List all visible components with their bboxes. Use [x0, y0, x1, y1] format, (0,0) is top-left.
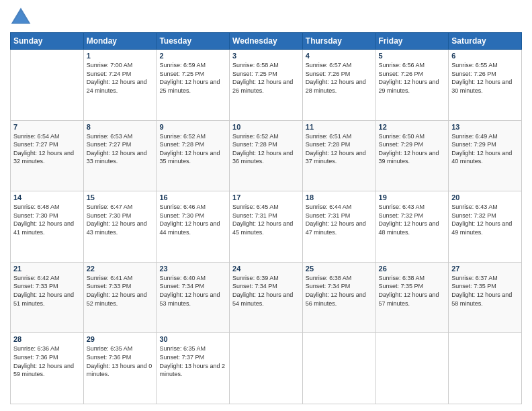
day-info: Sunrise: 6:52 AMSunset: 7:28 PMDaylight:… — [159, 132, 226, 166]
day-info: Sunrise: 6:46 AMSunset: 7:30 PMDaylight:… — [159, 203, 226, 236]
day-number: 8 — [87, 123, 154, 131]
day-info: Sunrise: 6:53 AMSunset: 7:27 PMDaylight:… — [87, 132, 154, 166]
day-number: 14 — [13, 193, 81, 201]
calendar-cell: 12Sunrise: 6:50 AMSunset: 7:29 PMDayligh… — [375, 120, 449, 191]
calendar-cell: 15Sunrise: 6:47 AMSunset: 7:30 PMDayligh… — [83, 191, 157, 263]
day-info: Sunrise: 6:45 AMSunset: 7:31 PMDaylight:… — [232, 203, 300, 236]
header — [10, 7, 522, 28]
calendar-cell: 8Sunrise: 6:53 AMSunset: 7:27 PMDaylight… — [83, 120, 157, 191]
day-info: Sunrise: 6:51 AMSunset: 7:28 PMDaylight:… — [306, 132, 373, 166]
day-number: 29 — [87, 335, 154, 343]
day-number: 30 — [159, 335, 226, 343]
day-number: 7 — [13, 123, 81, 131]
day-info: Sunrise: 6:57 AMSunset: 7:26 PMDaylight:… — [306, 61, 373, 95]
day-info: Sunrise: 6:35 AMSunset: 7:36 PMDaylight:… — [87, 345, 154, 378]
day-info: Sunrise: 6:56 AMSunset: 7:26 PMDaylight:… — [379, 61, 446, 95]
calendar-cell — [375, 333, 449, 404]
calendar-cell: 3Sunrise: 6:58 AMSunset: 7:25 PMDaylight… — [230, 50, 303, 121]
calendar-week-1: 1Sunrise: 7:00 AMSunset: 7:24 PMDaylight… — [11, 50, 522, 121]
calendar-cell — [11, 50, 84, 121]
calendar-week-2: 7Sunrise: 6:54 AMSunset: 7:27 PMDaylight… — [11, 120, 522, 191]
day-header-monday: Monday — [83, 33, 157, 50]
calendar-cell: 22Sunrise: 6:41 AMSunset: 7:33 PMDayligh… — [83, 262, 157, 333]
day-number: 21 — [13, 265, 81, 273]
calendar-cell: 18Sunrise: 6:44 AMSunset: 7:31 PMDayligh… — [302, 191, 375, 263]
day-number: 16 — [159, 193, 226, 201]
day-number: 15 — [87, 193, 154, 201]
day-number: 1 — [87, 52, 154, 60]
calendar-cell: 23Sunrise: 6:40 AMSunset: 7:34 PMDayligh… — [157, 262, 230, 333]
calendar-cell — [302, 333, 375, 404]
day-number: 10 — [232, 123, 300, 131]
day-number: 3 — [232, 52, 300, 60]
calendar-week-5: 28Sunrise: 6:36 AMSunset: 7:36 PMDayligh… — [11, 333, 522, 404]
logo — [10, 7, 34, 28]
calendar-cell: 19Sunrise: 6:43 AMSunset: 7:32 PMDayligh… — [375, 191, 449, 263]
day-info: Sunrise: 6:54 AMSunset: 7:27 PMDaylight:… — [13, 132, 81, 166]
day-info: Sunrise: 6:59 AMSunset: 7:25 PMDaylight:… — [159, 61, 226, 95]
day-number: 12 — [379, 123, 446, 131]
day-number: 24 — [232, 265, 300, 273]
day-info: Sunrise: 6:49 AMSunset: 7:29 PMDaylight:… — [451, 132, 519, 166]
calendar-cell: 4Sunrise: 6:57 AMSunset: 7:26 PMDaylight… — [302, 50, 375, 121]
day-number: 17 — [232, 193, 300, 201]
calendar-cell: 27Sunrise: 6:37 AMSunset: 7:35 PMDayligh… — [449, 262, 522, 333]
calendar-week-4: 21Sunrise: 6:42 AMSunset: 7:33 PMDayligh… — [11, 262, 522, 333]
calendar-cell: 20Sunrise: 6:43 AMSunset: 7:32 PMDayligh… — [449, 191, 522, 263]
calendar-cell: 5Sunrise: 6:56 AMSunset: 7:26 PMDaylight… — [375, 50, 449, 121]
calendar-cell: 29Sunrise: 6:35 AMSunset: 7:36 PMDayligh… — [83, 333, 157, 404]
day-info: Sunrise: 6:52 AMSunset: 7:28 PMDaylight:… — [232, 132, 300, 166]
page: SundayMondayTuesdayWednesdayThursdayFrid… — [0, 0, 532, 411]
day-info: Sunrise: 6:35 AMSunset: 7:37 PMDaylight:… — [159, 345, 226, 378]
calendar-cell: 7Sunrise: 6:54 AMSunset: 7:27 PMDaylight… — [11, 120, 84, 191]
day-number: 11 — [306, 123, 373, 131]
day-number: 9 — [159, 123, 226, 131]
day-number: 5 — [379, 52, 446, 60]
day-number: 25 — [306, 265, 373, 273]
calendar-cell: 2Sunrise: 6:59 AMSunset: 7:25 PMDaylight… — [157, 50, 230, 121]
day-header-wednesday: Wednesday — [230, 33, 303, 50]
day-number: 27 — [451, 265, 519, 273]
calendar-cell: 26Sunrise: 6:38 AMSunset: 7:35 PMDayligh… — [375, 262, 449, 333]
calendar-cell: 14Sunrise: 6:48 AMSunset: 7:30 PMDayligh… — [11, 191, 84, 263]
day-info: Sunrise: 6:39 AMSunset: 7:34 PMDaylight:… — [232, 274, 300, 308]
day-number: 23 — [159, 265, 226, 273]
calendar-cell — [449, 333, 522, 404]
day-number: 26 — [379, 265, 446, 273]
calendar-cell: 24Sunrise: 6:39 AMSunset: 7:34 PMDayligh… — [230, 262, 303, 333]
day-info: Sunrise: 6:42 AMSunset: 7:33 PMDaylight:… — [13, 274, 81, 308]
day-number: 28 — [13, 335, 81, 343]
day-info: Sunrise: 6:41 AMSunset: 7:33 PMDaylight:… — [87, 274, 154, 308]
day-info: Sunrise: 6:48 AMSunset: 7:30 PMDaylight:… — [13, 203, 81, 236]
day-header-tuesday: Tuesday — [157, 33, 230, 50]
calendar-cell: 28Sunrise: 6:36 AMSunset: 7:36 PMDayligh… — [11, 333, 84, 404]
day-header-friday: Friday — [375, 33, 449, 50]
calendar-cell: 1Sunrise: 7:00 AMSunset: 7:24 PMDaylight… — [83, 50, 157, 121]
calendar-cell — [230, 333, 303, 404]
calendar-cell: 9Sunrise: 6:52 AMSunset: 7:28 PMDaylight… — [157, 120, 230, 191]
day-info: Sunrise: 6:50 AMSunset: 7:29 PMDaylight:… — [379, 132, 446, 166]
logo-icon — [10, 7, 32, 28]
calendar-cell: 21Sunrise: 6:42 AMSunset: 7:33 PMDayligh… — [11, 262, 84, 333]
day-header-sunday: Sunday — [11, 33, 84, 50]
day-info: Sunrise: 6:55 AMSunset: 7:26 PMDaylight:… — [451, 61, 519, 95]
calendar-week-3: 14Sunrise: 6:48 AMSunset: 7:30 PMDayligh… — [11, 191, 522, 263]
day-number: 4 — [306, 52, 373, 60]
day-number: 22 — [87, 265, 154, 273]
day-info: Sunrise: 6:47 AMSunset: 7:30 PMDaylight:… — [87, 203, 154, 236]
day-header-thursday: Thursday — [302, 33, 375, 50]
day-number: 19 — [379, 193, 446, 201]
day-info: Sunrise: 6:40 AMSunset: 7:34 PMDaylight:… — [159, 274, 226, 308]
day-number: 20 — [451, 193, 519, 201]
day-number: 18 — [306, 193, 373, 201]
day-info: Sunrise: 6:37 AMSunset: 7:35 PMDaylight:… — [451, 274, 519, 308]
calendar-header-row: SundayMondayTuesdayWednesdayThursdayFrid… — [11, 33, 522, 50]
day-number: 13 — [451, 123, 519, 131]
calendar-cell: 17Sunrise: 6:45 AMSunset: 7:31 PMDayligh… — [230, 191, 303, 263]
day-header-saturday: Saturday — [449, 33, 522, 50]
calendar-cell: 11Sunrise: 6:51 AMSunset: 7:28 PMDayligh… — [302, 120, 375, 191]
day-info: Sunrise: 7:00 AMSunset: 7:24 PMDaylight:… — [87, 61, 154, 95]
calendar-cell: 6Sunrise: 6:55 AMSunset: 7:26 PMDaylight… — [449, 50, 522, 121]
day-info: Sunrise: 6:38 AMSunset: 7:34 PMDaylight:… — [306, 274, 373, 308]
day-info: Sunrise: 6:44 AMSunset: 7:31 PMDaylight:… — [306, 203, 373, 236]
